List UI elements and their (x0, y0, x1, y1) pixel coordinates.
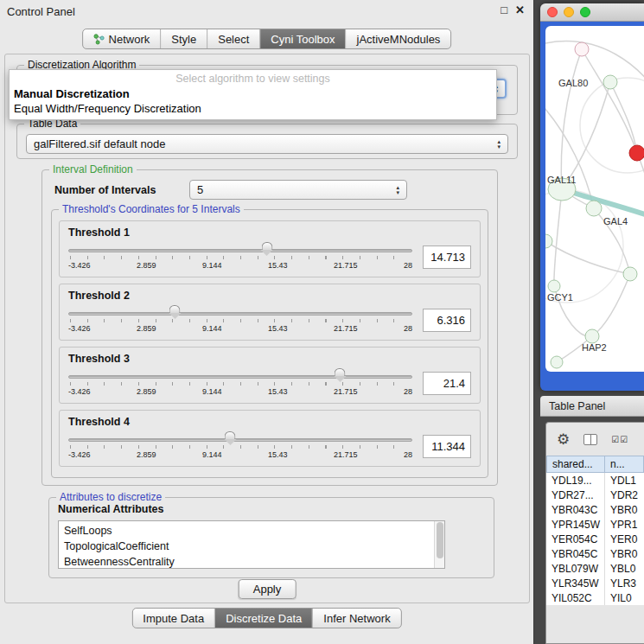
table-cell[interactable]: YER054C (546, 532, 605, 546)
table-cell[interactable]: YDR27... (546, 488, 605, 502)
tab-jactivemnodules[interactable]: jActiveMNodules (346, 29, 451, 48)
slider-track[interactable] (68, 375, 412, 379)
table-cell[interactable]: YPR145W (546, 517, 605, 532)
network-selected-frame: GAL80 GAL11 GAL4 GCY1 HAP2 (540, 22, 644, 391)
attributes-group: Attributes to discretize Numerical Attri… (48, 497, 494, 578)
list-item[interactable]: BetweennessCentrality (64, 554, 439, 569)
columns-icon[interactable] (583, 434, 597, 445)
table-data-combobox[interactable]: galFiltered.sif default node ▴ ▾ (26, 134, 508, 154)
dropdown-option-manual-discretization[interactable]: Manual Discretization (10, 86, 496, 101)
float-window-icon[interactable]: □ (501, 3, 507, 16)
threshold-slider-thumb[interactable] (335, 368, 346, 376)
table-cell[interactable]: YER0 (605, 532, 644, 546)
tab-style[interactable]: Style (160, 29, 207, 48)
table-panel-header[interactable]: Table Panel (540, 396, 644, 417)
select-columns-icon[interactable]: ☑☑ (611, 435, 628, 444)
network-canvas[interactable]: GAL80 GAL11 GAL4 GCY1 HAP2 (545, 26, 644, 372)
network-node[interactable] (585, 329, 599, 343)
gear-icon[interactable]: ⚙ (557, 430, 570, 449)
number-of-intervals-combobox[interactable]: 5 ▴ ▾ (189, 180, 407, 200)
interval-definition-group-title: Interval Definition (49, 163, 137, 175)
threshold-slider: -3.426 2.859 9.144 15.43 21.715 28 (68, 367, 412, 399)
threshold-slider-thumb[interactable] (169, 305, 181, 313)
threshold-slider-thumb[interactable] (261, 242, 272, 250)
minimize-traffic-light-icon[interactable] (564, 7, 574, 17)
table-cell[interactable]: YDR2 (605, 488, 644, 502)
slider-track[interactable] (68, 438, 412, 442)
table-cell[interactable]: YBL079W (546, 561, 605, 576)
application-root: Control Panel □ ✕ Network Style Sel (0, 0, 644, 644)
edge (582, 49, 637, 153)
table-row: YBR045C YBR0 (546, 546, 644, 561)
network-node[interactable] (586, 201, 602, 216)
threshold-slider: -3.426 2.859 9.144 15.43 21.715 28 (68, 303, 412, 336)
threshold-slider-thumb[interactable] (225, 431, 236, 439)
table-cell[interactable]: YPR1 (605, 517, 644, 532)
table-cell[interactable]: YLR345W (546, 576, 605, 590)
threshold-slider: -3.426 2.859 9.144 15.43 21.715 28 (68, 430, 412, 462)
network-node[interactable] (575, 42, 589, 56)
network-node[interactable] (551, 356, 563, 368)
table-cell[interactable]: YIL052C (546, 590, 605, 605)
table-body: YDL19... YDL1 YDR27... YDR2 YBR043C YBR0… (546, 473, 644, 605)
zoom-traffic-light-icon[interactable] (580, 7, 590, 17)
table-data-group: Table Data galFiltered.sif default node … (16, 124, 518, 159)
list-item[interactable]: TopologicalCoefficient (64, 539, 439, 554)
table-cell[interactable]: YIL0 (605, 590, 644, 605)
slider-track[interactable] (68, 249, 412, 252)
network-node[interactable] (603, 75, 617, 89)
window-controls: □ ✕ (501, 3, 525, 16)
network-node[interactable] (548, 280, 560, 292)
tab-select[interactable]: Select (207, 29, 259, 48)
table-cell[interactable]: YLR3 (605, 576, 644, 590)
tab-cyni-toolbox[interactable]: Cyni Toolbox (259, 29, 345, 48)
close-icon[interactable]: ✕ (515, 3, 525, 16)
column-header-shared-name[interactable]: shared... (546, 456, 605, 473)
table-toolbar: ⚙ ☑☑ (546, 423, 644, 456)
node-label: GCY1 (547, 292, 573, 303)
threshold-value-field[interactable]: 14.713 (423, 245, 471, 269)
threshold-value-field[interactable]: 6.316 (423, 309, 471, 332)
tab-select-label: Select (218, 33, 249, 46)
combo-stepper-icon: ▴ ▾ (389, 185, 399, 195)
close-traffic-light-icon[interactable] (547, 7, 558, 17)
edge (545, 241, 630, 274)
edge (554, 189, 562, 286)
slider-track[interactable] (68, 312, 412, 316)
edge (545, 41, 644, 105)
selected-network-node[interactable] (629, 145, 644, 161)
table-cell[interactable]: YBR0 (605, 502, 644, 517)
table-cell[interactable]: YBR043C (546, 502, 605, 517)
threshold-label: Threshold 4 (68, 416, 471, 428)
list-scrollbar[interactable] (434, 521, 444, 568)
threshold-value-field[interactable]: 11.344 (423, 435, 471, 458)
list-scrollbar-thumb[interactable] (437, 522, 443, 558)
table-cell[interactable]: YDL19... (546, 473, 605, 488)
network-node[interactable] (623, 267, 637, 281)
algorithm-dropdown-popup: Select algorithm to view settings Manual… (9, 69, 497, 120)
table-cell[interactable]: YBL0 (605, 561, 644, 576)
threshold-row: Threshold 2 -3.426 2.859 9.144 (59, 284, 481, 341)
threshold-value-field[interactable]: 21.4 (423, 372, 471, 395)
combo-stepper-icon: ▴ ▾ (490, 139, 501, 150)
tab-impute-data[interactable]: Impute Data (132, 609, 214, 628)
column-header-name[interactable]: n... (605, 456, 644, 473)
tab-infer-network[interactable]: Infer Network (312, 609, 400, 628)
table-cell[interactable]: YBR045C (546, 546, 605, 561)
table-cell[interactable]: YDL1 (605, 473, 644, 488)
network-window-titlebar[interactable] (540, 3, 644, 22)
table-panel-title: Table Panel (549, 400, 605, 412)
node-label: HAP2 (582, 342, 607, 353)
slider-ticks (70, 256, 411, 259)
edge (561, 49, 582, 189)
list-item[interactable]: SelfLoops (64, 523, 439, 539)
tab-network-label: Network (109, 33, 150, 46)
apply-button[interactable]: Apply (239, 579, 296, 599)
dropdown-option-equal-width-frequency[interactable]: Equal Width/Frequency Discretization (10, 101, 496, 116)
tab-network[interactable]: Network (83, 29, 161, 48)
edge (562, 82, 610, 189)
network-node[interactable] (545, 234, 552, 248)
table-cell[interactable]: YBR0 (605, 546, 644, 561)
table-data-combobox-value: galFiltered.sif default node (34, 137, 165, 150)
tab-discretize-data[interactable]: Discretize Data (214, 609, 312, 628)
